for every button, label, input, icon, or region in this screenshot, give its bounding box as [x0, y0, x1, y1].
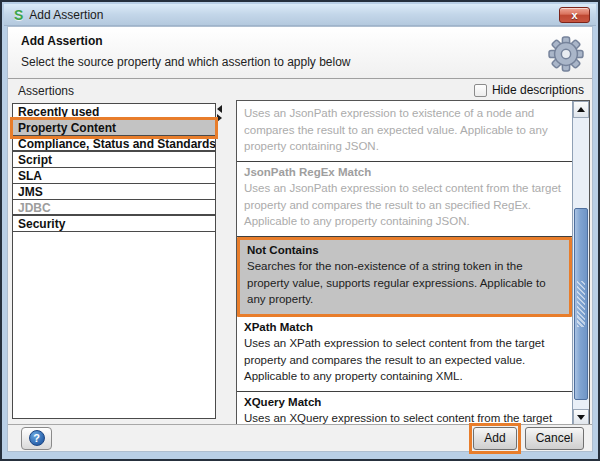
category-item-jdbc: JDBC: [13, 200, 215, 216]
help-button[interactable]: ?: [21, 427, 52, 450]
category-item-jms[interactable]: JMS: [13, 184, 215, 200]
assertion-item-jsonpath-match: Uses an JsonPath expression to existence…: [237, 101, 572, 162]
assertion-title: XPath Match: [244, 321, 566, 333]
title-bar[interactable]: S Add Assertion x: [4, 4, 596, 26]
category-item-compliance[interactable]: Compliance, Status and Standards: [13, 136, 215, 152]
assertion-description-panel: Uses an JsonPath expression to existence…: [236, 100, 590, 427]
assertion-title: Not Contains: [247, 244, 563, 256]
assertion-item-xquery-match[interactable]: XQuery Match Uses an XQuery expression t…: [237, 392, 572, 427]
assertion-description: Searches for the non-existence of a stri…: [247, 258, 563, 308]
assertions-label: Assertions: [18, 84, 74, 98]
assertion-item-xpath-match[interactable]: XPath Match Uses an XPath expression to …: [237, 317, 572, 392]
assertion-description: Uses an JsonPath expression to existence…: [244, 105, 566, 155]
soapui-logo-icon: S: [14, 8, 23, 22]
category-item-recently-used[interactable]: Recently used: [13, 104, 215, 120]
assertion-item-not-contains[interactable]: Not Contains Searches for the non-existe…: [237, 237, 572, 317]
assertion-item-jsonpath-regex-match: JsonPath RegEx Match Uses an JsonPath ex…: [237, 162, 572, 237]
cancel-button[interactable]: Cancel: [525, 427, 584, 450]
collapse-left-icon[interactable]: [217, 105, 222, 113]
assertion-sections: Uses an JsonPath expression to existence…: [237, 101, 572, 427]
hide-descriptions-checkbox[interactable]: Hide descriptions: [474, 83, 584, 97]
assertion-category-list: Recently used Property Content Complianc…: [12, 103, 216, 419]
assertion-description: Uses an XPath expression to select conte…: [244, 335, 566, 385]
category-item-property-content[interactable]: Property Content: [13, 120, 215, 136]
window-title: Add Assertion: [29, 8, 103, 22]
category-item-script[interactable]: Script: [13, 152, 215, 168]
vertical-scrollbar[interactable]: [572, 101, 589, 426]
dialog-footer: ? Add Cancel: [8, 424, 592, 451]
add-button-annotation: Add: [469, 423, 520, 454]
add-button[interactable]: Add: [473, 427, 516, 450]
category-item-sla[interactable]: SLA: [13, 168, 215, 184]
checkbox-box-icon[interactable]: [474, 84, 487, 97]
arrow-up-icon: [577, 107, 585, 112]
arrow-down-icon: [577, 415, 585, 420]
scroll-up-button[interactable]: [573, 101, 589, 118]
splitter-collapse-buttons[interactable]: [217, 105, 225, 121]
category-item-security[interactable]: Security: [13, 216, 215, 232]
scrollbar-thumb[interactable]: [574, 208, 588, 400]
dialog-header: Add Assertion Select the source property…: [8, 27, 592, 79]
dialog-client-area: Add Assertion Select the source property…: [7, 26, 593, 452]
dialog-heading: Add Assertion: [21, 34, 103, 48]
gear-icon: [548, 35, 584, 73]
collapse-right-icon[interactable]: [217, 114, 222, 122]
dialog-subtitle: Select the source property and which ass…: [21, 55, 351, 69]
hide-descriptions-label: Hide descriptions: [492, 83, 584, 97]
close-icon: x: [571, 10, 577, 21]
assertion-title: XQuery Match: [244, 396, 566, 408]
assertion-description: Uses an JsonPath expression to select co…: [244, 180, 566, 230]
close-button[interactable]: x: [559, 7, 590, 23]
add-assertion-dialog: S Add Assertion x Add Assertion Select t…: [0, 0, 600, 461]
assertion-title: JsonPath RegEx Match: [244, 166, 566, 178]
question-icon: ?: [29, 430, 45, 446]
